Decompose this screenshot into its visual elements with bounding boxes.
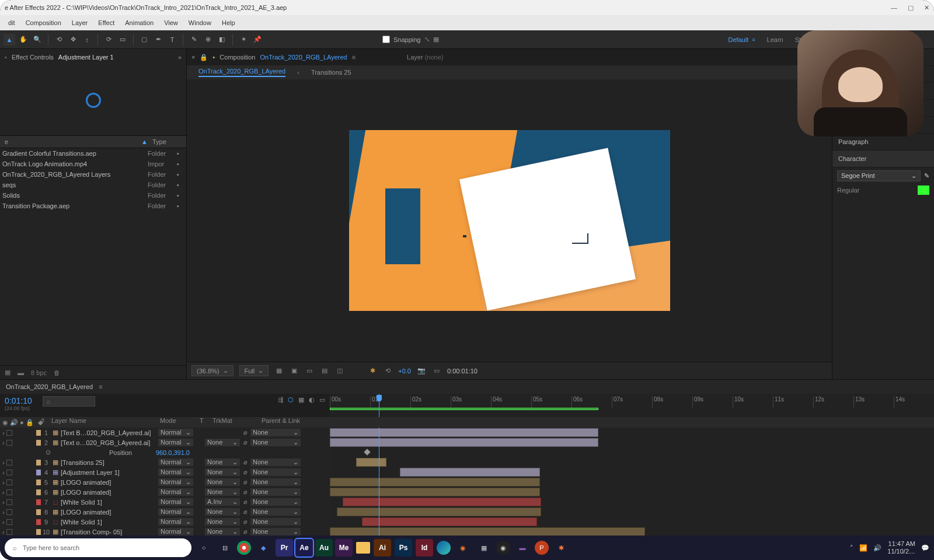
menu-composition[interactable]: Composition (21, 18, 66, 27)
layer-row[interactable]: ›1▦[Text B…020_RGB_LAyered.ai]Normal⌄⌀No… (0, 428, 330, 438)
obs-icon[interactable]: ◉ (496, 541, 510, 555)
project-list[interactable]: Gradient Colorful Transitions.aepFolder▪… (0, 148, 186, 365)
layer-row[interactable]: ›4▦[Adjustment Layer 1]Normal⌄None⌄⌀None… (0, 467, 330, 477)
grid-icon[interactable]: ▦ (274, 367, 284, 374)
layer-bar[interactable] (330, 527, 645, 536)
sort-icon[interactable]: ▲ (141, 138, 148, 145)
panel-menu-icon[interactable]: » (178, 54, 182, 61)
zoom-select[interactable]: (36.8%)⌄ (191, 365, 234, 376)
roto-tool-icon[interactable]: ✶ (238, 34, 249, 46)
zoom-tool-icon[interactable]: 🔍 (32, 34, 43, 46)
effect-controls-tab[interactable]: ▪ Effect Controls Adjustment Layer 1 » (0, 49, 186, 65)
interpret-icon[interactable]: ▦ (5, 369, 11, 376)
bpc-label[interactable]: 8 bpc (31, 369, 47, 376)
task-view-icon[interactable]: ○ (195, 539, 212, 556)
chevron-left-icon[interactable]: ‹ (297, 69, 299, 76)
snap-grid-icon[interactable]: ▦ (433, 36, 439, 43)
eyedropper-icon[interactable]: ✎ (924, 172, 929, 180)
edge-icon[interactable] (437, 541, 451, 555)
layer-bar[interactable] (362, 517, 537, 526)
puppet-tool-icon[interactable]: 📌 (252, 34, 263, 46)
ai-icon[interactable]: Ai (374, 539, 391, 556)
layer-bar[interactable] (356, 458, 386, 467)
playhead[interactable] (379, 394, 379, 417)
layer-row[interactable]: ›8▦[LOGO animated]Normal⌄None⌄⌀None⌄ (0, 507, 330, 517)
workspace-learn[interactable]: Learn (767, 36, 783, 43)
layer-row[interactable]: ›6▦[LOGO animated]Normal⌄None⌄⌀None⌄ (0, 487, 330, 497)
resolve-icon[interactable]: ✱ (552, 539, 570, 556)
color-icon[interactable]: ✱ (368, 367, 377, 374)
reset-exposure-icon[interactable]: ⟲ (383, 367, 392, 374)
clone-tool-icon[interactable]: ⊕ (202, 34, 214, 46)
au-icon[interactable]: Au (315, 539, 333, 556)
close-icon[interactable]: ✕ (924, 4, 929, 12)
subtab-transitions[interactable]: Transitions 25 (311, 69, 351, 76)
layer-bar[interactable] (330, 438, 598, 447)
subtab-active[interactable]: OnTrack_2020_RGB_LAyered (198, 68, 285, 77)
trash-icon[interactable]: 🗑 (54, 369, 60, 376)
blender-icon[interactable]: ◉ (454, 539, 472, 556)
comp-flowchart-icon[interactable]: ⇶ (278, 396, 283, 404)
eraser-tool-icon[interactable]: ◧ (216, 34, 228, 46)
tray-chevron-icon[interactable]: ˄ (850, 544, 853, 552)
taskbar-clock[interactable]: 11:47 AM11/10/2… (887, 540, 915, 555)
draft3d-icon[interactable]: ⬡ (288, 396, 294, 404)
show-snapshot-icon[interactable]: ▭ (432, 367, 441, 374)
mask-icon[interactable]: ▣ (290, 367, 299, 374)
font-select[interactable]: Segoe Print⌄ (837, 170, 921, 181)
playhead-line[interactable] (379, 428, 379, 547)
graph-editor-icon[interactable]: ▭ (319, 396, 325, 404)
me-icon[interactable]: Me (335, 539, 353, 556)
audio-column-icon[interactable]: 🔊 (10, 419, 18, 426)
maximize-icon[interactable]: ▢ (908, 4, 914, 12)
property-row[interactable]: ⊙Position960.0,391.0 (0, 447, 330, 457)
layer-bar[interactable] (400, 468, 540, 477)
menu-window[interactable]: Window (184, 18, 216, 27)
project-item[interactable]: OnTrack Logo Animation.mp4Impor▪ (0, 159, 186, 169)
layer-bar[interactable] (330, 488, 540, 496)
ps-icon[interactable]: Ps (395, 539, 412, 556)
layer-row[interactable]: ›5▦[LOGO animated]Normal⌄None⌄⌀None⌄ (0, 477, 330, 487)
fill-swatch[interactable] (918, 186, 929, 195)
id-icon[interactable]: Id (416, 539, 433, 556)
menu-effect[interactable]: Effect (93, 18, 119, 27)
composition-tab[interactable]: × 🔒 ▪ Composition OnTrack_2020_RGB_LAyer… (187, 49, 832, 65)
hand-tool-icon[interactable]: ✋ (18, 34, 29, 46)
region-icon[interactable]: ▭ (305, 367, 314, 374)
layer-search-input[interactable] (43, 396, 95, 407)
app2-icon[interactable]: ▦ (475, 539, 493, 556)
tab-menu-icon[interactable]: ≡ (99, 383, 102, 390)
lock-column-icon[interactable]: 🔒 (26, 419, 34, 426)
project-item[interactable]: OnTrack_2020_RGB_LAyered LayersFolder▪ (0, 169, 186, 180)
work-area-bar[interactable] (330, 408, 598, 410)
frame-blend-icon[interactable]: ▦ (298, 396, 304, 404)
rect-tool-icon[interactable]: ▢ (138, 34, 150, 46)
channel-icon[interactable]: ▤ (320, 367, 329, 374)
taskbar-search[interactable]: ⌕ Type here to search (5, 538, 191, 557)
workspace-default[interactable]: Default ≡ (728, 36, 755, 43)
pan-tool-icon[interactable]: ✥ (67, 34, 79, 46)
orbit-tool-icon[interactable]: ⟲ (53, 34, 65, 46)
layer-bar[interactable] (343, 498, 541, 506)
dolly-tool-icon[interactable]: ↕ (81, 34, 93, 46)
tab-menu-icon[interactable]: ≡ (352, 54, 356, 61)
app3-icon[interactable]: ▬ (514, 539, 531, 556)
powerpoint-icon[interactable]: P (535, 541, 549, 555)
composition-viewer[interactable] (187, 79, 832, 362)
notification-icon[interactable]: 💬 (921, 544, 929, 552)
lock-icon[interactable]: 🔒 (200, 54, 208, 61)
current-time[interactable]: 0:00:01:10 (447, 368, 478, 374)
project-item[interactable]: seqsFolder▪ (0, 180, 186, 190)
timeline-tab[interactable]: OnTrack_2020_RGB_LAyered ≡ (0, 380, 934, 394)
selection-tool-icon[interactable]: ▲ (4, 34, 15, 46)
project-item[interactable]: SolidsFolder▪ (0, 190, 186, 201)
layer-bar[interactable] (330, 428, 598, 437)
snapping-checkbox[interactable] (382, 36, 390, 43)
keyframe-icon[interactable] (364, 449, 370, 455)
close-tab-icon[interactable]: × (191, 54, 195, 61)
snap-opt-icon[interactable]: ⤡ (424, 36, 430, 43)
menu-animation[interactable]: Animation (120, 18, 158, 27)
layer-row[interactable]: ›2▦[Text o…020_RGB_LAyered.ai]Normal⌄Non… (0, 438, 330, 447)
motion-blur-icon[interactable]: ◐ (309, 396, 315, 404)
pen-tool-icon[interactable]: ✒ (152, 34, 164, 46)
